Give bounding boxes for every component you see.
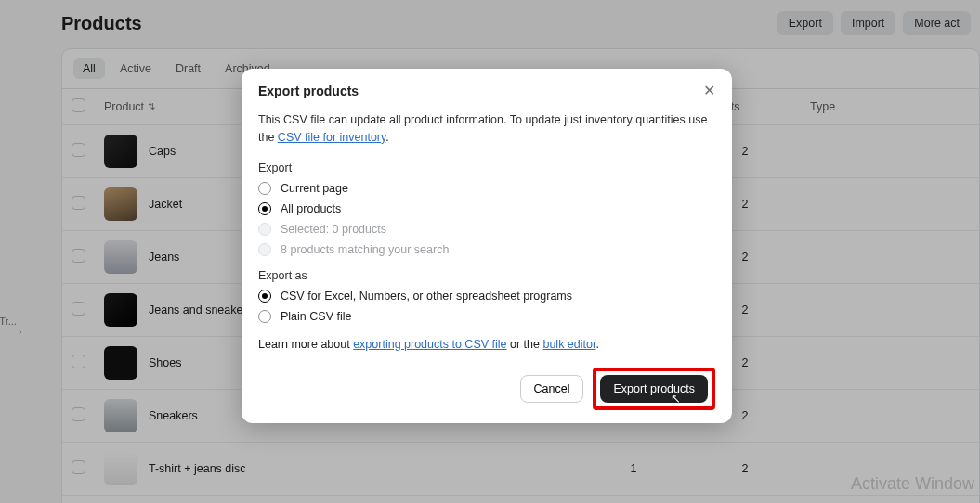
radio-all-products[interactable]: All products: [258, 202, 715, 215]
modal-title: Export products: [258, 84, 359, 98]
inventory-csv-link[interactable]: CSV file for inventory: [278, 131, 385, 144]
radio-icon: [258, 223, 271, 236]
learn-mid: or the: [507, 338, 543, 351]
radio-icon: [258, 310, 271, 323]
bulk-editor-link[interactable]: bulk editor: [542, 338, 595, 351]
radio-icon: [258, 202, 271, 215]
radio-icon: [258, 243, 271, 256]
radio-plain-csv[interactable]: Plain CSV file: [258, 310, 715, 323]
modal-learn-more: Learn more about exporting products to C…: [258, 338, 715, 351]
export-products-button[interactable]: Export products: [600, 375, 708, 403]
export-scope-label: Export: [258, 161, 715, 174]
exporting-csv-link[interactable]: exporting products to CSV file: [353, 338, 506, 351]
learn-text: Learn more about: [258, 338, 353, 351]
highlight-annotation: Export products ↖: [593, 368, 715, 410]
radio-icon: [258, 182, 271, 195]
export-modal: Export products ✕ This CSV file can upda…: [242, 69, 732, 423]
close-icon[interactable]: ✕: [703, 84, 715, 98]
radio-current-page[interactable]: Current page: [258, 182, 715, 195]
radio-label: Plain CSV file: [281, 310, 351, 323]
cancel-button[interactable]: Cancel: [520, 375, 584, 403]
export-as-label: Export as: [258, 269, 715, 282]
modal-description: This CSV file can update all product inf…: [258, 111, 715, 147]
radio-label: Current page: [281, 182, 348, 195]
radio-matching-search: 8 products matching your search: [258, 243, 715, 256]
radio-selected: Selected: 0 products: [258, 223, 715, 236]
radio-label: CSV for Excel, Numbers, or other spreads…: [281, 290, 572, 303]
learn-tail: .: [595, 338, 598, 351]
radio-label: 8 products matching your search: [281, 243, 449, 256]
radio-label: All products: [281, 202, 341, 215]
radio-label: Selected: 0 products: [281, 223, 386, 236]
radio-icon: [258, 290, 271, 303]
modal-desc-tail: .: [385, 131, 388, 144]
radio-csv-excel[interactable]: CSV for Excel, Numbers, or other spreads…: [258, 290, 715, 303]
